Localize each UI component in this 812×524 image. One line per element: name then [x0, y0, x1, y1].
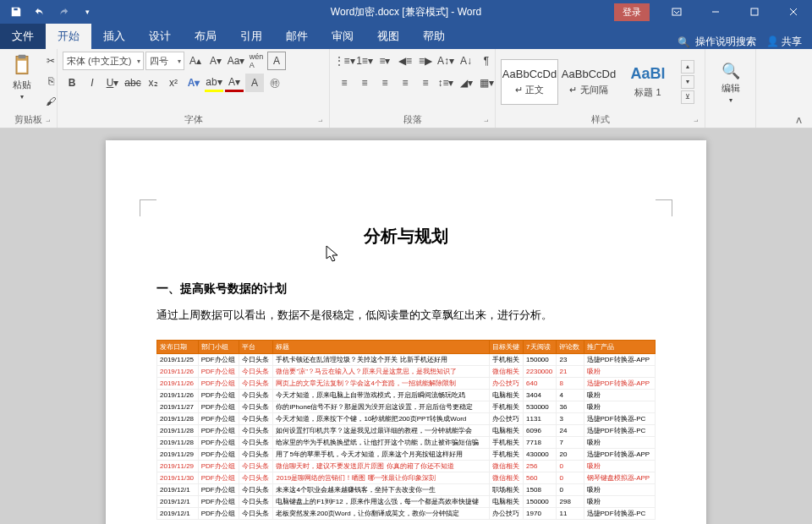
style-item[interactable]: AaBbCcDd↵ 正文 — [501, 59, 558, 105]
show-marks-button[interactable]: ¶ — [477, 52, 496, 70]
bullets-button[interactable]: ⋮≡▾ — [335, 52, 354, 70]
table-row: 2019/11/28PDF办公组今日头条如何设置打印机共享？这是我见过最详细的教… — [157, 425, 656, 437]
align-right-button[interactable]: ≡ — [376, 74, 394, 92]
find-icon: 🔍 — [721, 62, 740, 80]
shading-button[interactable]: ◢▾ — [457, 74, 475, 92]
table-row: 2019/11/26PDF办公组今日头条网页上的文章无法复制？学会这4个套路，一… — [157, 378, 656, 390]
tab-审阅[interactable]: 审阅 — [320, 24, 365, 49]
text-effects-button[interactable]: A▾ — [184, 74, 203, 92]
ribbon-group-paragraph: ⋮≡▾ 1≡▾ ≡▾ ◀≡ ≡▶ A↕▾ A↓ ¶ ≡ ≡ ≡ ≡ ≡ ↕≡▾ … — [330, 49, 496, 128]
close-button[interactable] — [775, 0, 812, 24]
tab-设计[interactable]: 设计 — [137, 24, 183, 49]
font-family-combo[interactable]: 宋体 (中文正文) — [63, 52, 144, 70]
table-row: 2019/11/29PDF办公组今日头条微信聊天时，建议不要发送原片原图 你真的… — [157, 461, 656, 472]
tell-me-icon: 🔍 — [678, 36, 690, 48]
ribbon: 粘贴 ▾ ✂ ⎘ 🖌 剪贴板 宋体 (中文正文) 四号 A▴ A▾ Aa▾ wé… — [0, 49, 812, 128]
justify-button[interactable]: ≡ — [396, 74, 414, 92]
group-label-clipboard: 剪贴板 — [5, 112, 52, 128]
share-button[interactable]: 👤 共享 — [766, 35, 802, 49]
grow-font-button[interactable]: A▴ — [186, 52, 205, 70]
line-spacing-button[interactable]: ↕≡▾ — [436, 74, 455, 92]
distributed-button[interactable]: ≡ — [416, 74, 435, 92]
tab-视图[interactable]: 视图 — [365, 24, 411, 49]
svg-rect-0 — [672, 8, 681, 15]
decrease-indent-button[interactable]: ◀≡ — [396, 52, 414, 70]
asian-layout-button[interactable]: A↕▾ — [436, 52, 455, 70]
collapse-ribbon-button[interactable]: ʌ — [761, 112, 807, 128]
table-header: 评论数 — [557, 341, 584, 354]
document-area[interactable]: 分析与规划 一、提高账号数据的计划 通过上周数据可以看出，数据不是很稳定，低阅读… — [0, 128, 812, 524]
clipboard-icon — [10, 53, 34, 77]
tab-布局[interactable]: 布局 — [183, 24, 228, 49]
tab-引用[interactable]: 引用 — [228, 24, 274, 49]
page: 分析与规划 一、提高账号数据的计划 通过上周数据可以看出，数据不是很稳定，低阅读… — [106, 140, 706, 524]
table-header: 7天阅读 — [524, 341, 557, 354]
tab-帮助[interactable]: 帮助 — [411, 24, 457, 49]
change-case-button[interactable]: Aa▾ — [227, 52, 245, 70]
highlight-button[interactable]: ab▾ — [205, 74, 223, 92]
doc-title: 分析与规划 — [156, 225, 656, 248]
group-label-font: 字体 — [63, 112, 324, 128]
increase-indent-button[interactable]: ≡▶ — [416, 52, 435, 70]
svg-rect-2 — [751, 8, 758, 15]
borders-button[interactable]: ▦▾ — [477, 74, 496, 92]
multilevel-list-button[interactable]: ≡▾ — [376, 52, 394, 70]
redo-button[interactable] — [54, 3, 73, 21]
styles-expand[interactable]: ⊻ — [681, 90, 694, 104]
tell-me-search[interactable]: 操作说明搜索 — [695, 35, 756, 49]
styles-scroll-down[interactable]: ▾ — [681, 75, 694, 89]
login-button[interactable]: 登录 — [614, 3, 650, 21]
clear-formatting-button[interactable]: A — [267, 52, 286, 70]
table-row: 2019/11/28PDF办公组今日头条给家里的华为手机换换壁纸，让他打开这个功… — [157, 437, 656, 449]
svg-rect-6 — [19, 55, 26, 58]
doc-paragraph: 通过上周数据可以看出，数据不是很稳定，低阅读量的文章飘红出来，进行分析。 — [156, 305, 656, 325]
subscript-button[interactable]: x₂ — [144, 74, 162, 92]
tab-file[interactable]: 文件 — [0, 24, 46, 49]
tab-插入[interactable]: 插入 — [91, 24, 137, 49]
save-button[interactable] — [7, 3, 25, 21]
titlebar: ▾ Word加密.docx [兼容模式] - Word 登录 — [0, 0, 812, 24]
table-row: 2019/11/26PDF办公组今日头条今天才知道，原来电脑上自带游戏模式，开启… — [157, 390, 656, 401]
char-shading-button[interactable]: A — [245, 74, 264, 92]
numbering-button[interactable]: 1≡▾ — [355, 52, 374, 70]
qat-dropdown[interactable]: ▾ — [78, 3, 96, 21]
svg-rect-7 — [18, 61, 27, 73]
style-item[interactable]: AaBbCcDd↵ 无间隔 — [560, 59, 617, 105]
underline-button[interactable]: U▾ — [103, 74, 122, 92]
bold-button[interactable]: B — [63, 74, 81, 92]
phonetic-guide-button[interactable]: wénA — [247, 52, 266, 70]
group-label-paragraph: 段落 — [335, 112, 490, 128]
doc-heading: 一、提高账号数据的计划 — [156, 281, 656, 297]
table-header: 部门小组 — [198, 341, 239, 354]
data-table: 发布日期部门小组平台标题目标关键7天阅读评论数推广产品 2019/11/25PD… — [156, 340, 656, 520]
superscript-button[interactable]: x² — [164, 74, 183, 92]
align-center-button[interactable]: ≡ — [355, 74, 374, 92]
ribbon-options-button[interactable] — [658, 0, 695, 24]
font-color-button[interactable]: A▾ — [225, 74, 244, 92]
shrink-font-button[interactable]: A▾ — [206, 52, 225, 70]
paste-button[interactable]: 粘贴 ▾ — [5, 52, 39, 102]
align-left-button[interactable]: ≡ — [335, 74, 354, 92]
tab-开始[interactable]: 开始 — [46, 24, 91, 49]
table-header: 平台 — [239, 341, 273, 354]
crop-mark — [140, 199, 156, 216]
ribbon-group-clipboard: 粘贴 ▾ ✂ ⎘ 🖌 剪贴板 — [0, 49, 58, 128]
ribbon-group-styles: AaBbCcDd↵ 正文AaBbCcDd↵ 无间隔AaBl标题 1 ▴ ▾ ⊻ … — [496, 49, 705, 128]
minimize-button[interactable] — [697, 0, 734, 24]
undo-button[interactable] — [30, 3, 49, 21]
group-label-styles: 样式 — [501, 112, 700, 128]
styles-scroll-up[interactable]: ▴ — [681, 60, 694, 74]
enclose-char-button[interactable]: ㊕ — [266, 74, 284, 92]
table-row: 2019/12/1PDF办公组今日头条老板突然发来200页Word，让你翻译成英… — [157, 508, 656, 520]
maximize-button[interactable] — [736, 0, 773, 24]
sort-button[interactable]: A↓ — [457, 52, 475, 70]
style-item[interactable]: AaBl标题 1 — [619, 59, 677, 105]
font-size-combo[interactable]: 四号 — [145, 52, 184, 70]
titlebar-right: 登录 — [614, 0, 812, 24]
tab-邮件[interactable]: 邮件 — [274, 24, 320, 49]
table-header: 发布日期 — [157, 341, 199, 354]
crop-mark — [656, 199, 672, 216]
strikethrough-button[interactable]: abc — [123, 74, 142, 92]
editing-button[interactable]: 🔍 编辑 ▾ — [716, 60, 745, 106]
italic-button[interactable]: I — [83, 74, 102, 92]
